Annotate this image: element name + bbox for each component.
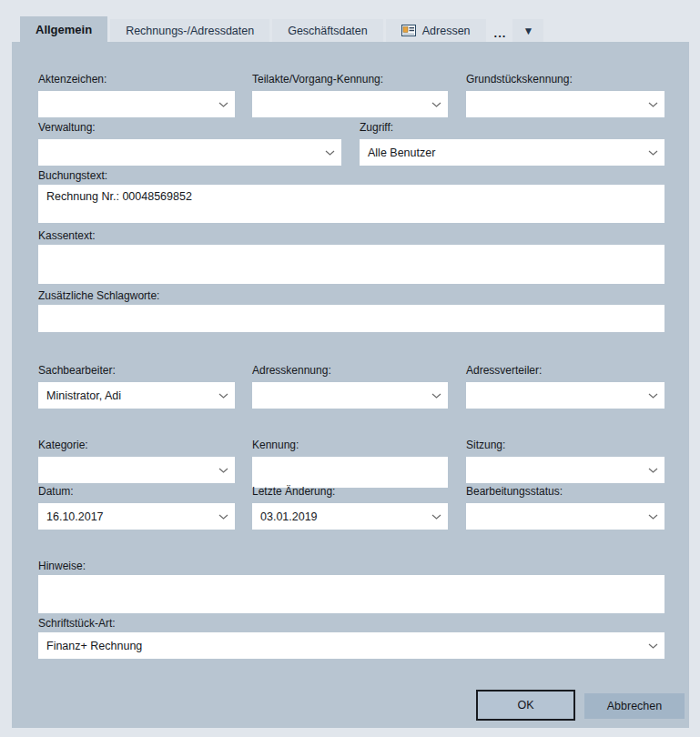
schriftstueck-art-combobox[interactable]: Finanz+ Rechnung <box>38 632 664 659</box>
chevron-down-icon <box>211 102 235 107</box>
datum-combobox[interactable]: 16.10.2017 <box>38 503 235 530</box>
chevron-down-icon <box>424 514 448 520</box>
chevron-down-icon <box>211 393 235 399</box>
verwaltung-label: Verwaltung: <box>38 120 341 135</box>
tab-strip: Allgemein Rechnungs-/Adressdaten Geschäf… <box>20 16 543 42</box>
adresskennung-combobox[interactable] <box>252 382 448 409</box>
hinweise-textarea[interactable] <box>38 575 664 613</box>
chevron-down-icon <box>424 102 448 107</box>
buchungstext-textarea[interactable]: Rechnung Nr.: 00048569852 <box>38 185 664 223</box>
tab-adressen-label: Adressen <box>422 25 471 37</box>
zugriff-combobox[interactable]: Alle Benutzer <box>360 139 664 166</box>
chevron-down-icon <box>424 393 448 399</box>
aktenzeichen-label: Aktenzeichen: <box>38 72 235 86</box>
teilakte-combobox[interactable] <box>252 91 448 117</box>
tab-list-dropdown-button[interactable]: ▼ <box>512 19 543 42</box>
kategorie-combobox[interactable] <box>38 457 235 483</box>
tab-allgemein[interactable]: Allgemein <box>20 16 107 42</box>
ok-button[interactable]: OK <box>476 690 575 721</box>
hinweise-label: Hinweise: <box>38 559 664 573</box>
grundstueckskennung-combobox[interactable] <box>466 91 664 117</box>
address-card-icon <box>401 25 416 36</box>
chevron-down-icon <box>211 468 235 473</box>
zugriff-label: Zugriff: <box>360 120 664 135</box>
chevron-down-icon <box>641 468 664 473</box>
sachbearbeiter-value: Ministrator, Adi <box>38 389 211 402</box>
chevron-down-icon <box>641 150 664 156</box>
dropdown-arrow-icon: ▼ <box>522 25 533 36</box>
adressverteiler-label: Adressverteiler: <box>466 363 664 378</box>
abbrechen-button[interactable]: Abbrechen <box>584 693 685 719</box>
kassentext-label: Kassentext: <box>38 228 664 243</box>
buchungstext-label: Buchungstext: <box>38 168 664 183</box>
verwaltung-combobox[interactable] <box>38 139 341 166</box>
tab-adressen[interactable]: Adressen <box>386 19 486 42</box>
kennung-input[interactable] <box>252 457 448 488</box>
chevron-down-icon <box>641 643 664 649</box>
ok-button-label: OK <box>517 699 533 712</box>
tab-rechnungs-adressdaten-label: Rechnungs-/Adressdaten <box>126 25 254 37</box>
tab-overflow-ellipsis: ... <box>489 17 511 42</box>
bearbeitungsstatus-label: Bearbeitungsstatus: <box>466 484 664 499</box>
kassentext-value <box>38 245 664 250</box>
schlagworte-label: Zusätzliche Schlagworte: <box>38 288 664 303</box>
chevron-down-icon <box>641 393 664 399</box>
letzte-aenderung-value: 03.01.2019 <box>252 510 424 523</box>
datum-value: 16.10.2017 <box>38 510 211 523</box>
chevron-down-icon <box>318 150 341 156</box>
hinweise-value <box>38 575 664 581</box>
adresskennung-label: Adresskennung: <box>252 363 448 378</box>
sachbearbeiter-label: Sachbearbeiter: <box>38 363 235 378</box>
letzte-aenderung-combobox[interactable]: 03.01.2019 <box>252 503 448 530</box>
tab-rechnungs-adressdaten[interactable]: Rechnungs-/Adressdaten <box>110 19 269 42</box>
allgemein-tab-panel: Aktenzeichen: Teilakte/Vorgang-Kennung: … <box>12 42 689 728</box>
sitzung-combobox[interactable] <box>466 457 664 483</box>
chevron-down-icon <box>641 514 664 520</box>
adressverteiler-combobox[interactable] <box>466 382 664 409</box>
buchungstext-value: Rechnung Nr.: 00048569852 <box>38 185 664 203</box>
chevron-down-icon <box>211 514 235 520</box>
schlagworte-textarea[interactable] <box>38 305 664 332</box>
kennung-value <box>252 457 448 462</box>
abbrechen-button-label: Abbrechen <box>607 700 662 712</box>
sitzung-label: Sitzung: <box>466 438 664 452</box>
sachbearbeiter-combobox[interactable]: Ministrator, Adi <box>38 382 235 409</box>
teilakte-label: Teilakte/Vorgang-Kennung: <box>252 72 448 86</box>
grundstueckskennung-label: Grundstückskennung: <box>466 72 664 86</box>
kennung-label: Kennung: <box>252 438 448 452</box>
chevron-down-icon <box>641 102 664 107</box>
bearbeitungsstatus-combobox[interactable] <box>466 503 664 530</box>
tab-allgemein-label: Allgemein <box>36 23 92 36</box>
kassentext-textarea[interactable] <box>38 245 664 284</box>
letzte-aenderung-label: Letzte Änderung: <box>252 484 448 499</box>
aktenzeichen-combobox[interactable] <box>38 91 235 117</box>
kategorie-label: Kategorie: <box>38 438 235 452</box>
datum-label: Datum: <box>38 484 235 499</box>
schriftstueck-art-label: Schriftstück-Art: <box>38 616 664 631</box>
schriftstueck-art-value: Finanz+ Rechnung <box>38 640 641 652</box>
tab-geschaeftsdaten[interactable]: Geschäftsdaten <box>272 19 383 42</box>
tab-geschaeftsdaten-label: Geschäftsdaten <box>288 25 368 37</box>
schlagworte-value <box>38 305 664 310</box>
zugriff-value: Alle Benutzer <box>360 146 641 159</box>
